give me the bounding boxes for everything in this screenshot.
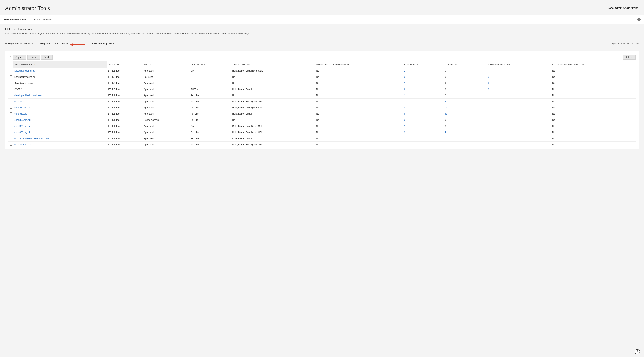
col-status[interactable]: STATUS [143, 61, 190, 68]
select-all-checkbox[interactable] [10, 63, 12, 65]
register-lti-13-advantage-partial[interactable]: 1.3/Advantage Tool [92, 42, 114, 45]
cell-placements-value[interactable]: 0 [404, 76, 406, 78]
row-checkbox-cell[interactable] [8, 142, 13, 148]
cell-deployments-count [487, 142, 551, 148]
cell-tool-provider: echo360.org.uk [13, 129, 107, 135]
tool-provider-name[interactable]: echo360local.org [14, 143, 32, 146]
breadcrumb-current[interactable]: LTI Tool Providers [33, 18, 52, 21]
col-deployments-count[interactable]: DEPLOYMENTS COUNT [487, 61, 551, 68]
row-checkbox[interactable] [10, 137, 12, 139]
cell-placements-value[interactable]: 9 [404, 106, 406, 109]
refresh-button[interactable]: Refresh [623, 55, 636, 60]
row-checkbox-cell[interactable] [8, 111, 13, 117]
row-checkbox[interactable] [10, 118, 12, 121]
cell-usage-count: 11 [444, 105, 487, 111]
cell-placements-value[interactable]: 2 [404, 143, 406, 146]
approve-button[interactable]: Approve [13, 55, 26, 60]
cell-tool-provider: bbsupport testing api [13, 74, 107, 80]
tool-provider-name[interactable]: echo360-dev-test.blackboard.com [14, 137, 50, 140]
register-lti-11-provider-link[interactable]: Register LTI 1.1 Provider [40, 42, 68, 45]
help-icon[interactable]: ? [637, 18, 641, 21]
manage-global-properties-link[interactable]: Manage Global Properties [5, 42, 35, 45]
cell-placements-value[interactable]: 1 [404, 125, 406, 127]
table-row: echo360local.orgLTI 1.1 ToolApprovedPer … [8, 142, 636, 148]
cell-placements-value[interactable]: 1 [404, 137, 406, 140]
cell-tool-provider: echo360.org [13, 111, 107, 117]
cell-credentials [190, 74, 231, 80]
col-tool-provider[interactable]: TOOL/PROVIDER [13, 61, 107, 68]
cell-usage-count: 0 [444, 142, 487, 148]
cell-user-acknowledgment: No [315, 117, 403, 123]
cell-placements-value[interactable]: 1 [404, 94, 406, 97]
tool-provider-name[interactable]: echo360.org [14, 112, 28, 115]
exclude-button[interactable]: Exclude [28, 55, 40, 60]
row-checkbox[interactable] [10, 112, 12, 115]
row-checkbox[interactable] [10, 75, 12, 78]
cell-placements: 9 [403, 105, 444, 111]
tool-provider-name[interactable]: echo360.org.uk [14, 131, 30, 134]
row-checkbox[interactable] [10, 100, 12, 102]
col-credentials[interactable]: CREDENTIALS [190, 61, 231, 68]
col-sends-user-data[interactable]: SENDS USER DATA [231, 61, 315, 68]
select-all-header[interactable] [8, 61, 13, 68]
row-checkbox[interactable] [10, 94, 12, 96]
col-tool-type[interactable]: TOOL TYPE [107, 61, 142, 68]
tool-provider-name[interactable]: account.echopoll.au [14, 69, 35, 72]
cell-sends-user-data: No [231, 117, 315, 123]
tool-provider-name[interactable]: echo360.ca [14, 100, 26, 103]
row-checkbox-cell[interactable] [8, 105, 13, 111]
cell-sends-user-data: Role, Name, Email (over SSL) [231, 68, 315, 74]
cell-placements-value[interactable]: 6 [404, 112, 406, 115]
row-checkbox[interactable] [10, 143, 12, 145]
delete-button[interactable]: Delete [41, 55, 52, 60]
row-checkbox[interactable] [10, 131, 12, 133]
synchronize-lti-13-link[interactable]: Synchronize LTI 1.3 Tools [612, 42, 639, 45]
action-bar: Manage Global Properties Register LTI 1.… [0, 39, 644, 48]
cell-usage-count-value[interactable]: 58 [445, 112, 447, 115]
row-checkbox-cell[interactable] [8, 99, 13, 105]
col-placements[interactable]: PLACEMENTS [403, 61, 444, 68]
row-checkbox[interactable] [10, 88, 12, 90]
tool-provider-name[interactable]: echo360.net.au [14, 106, 30, 109]
row-checkbox-cell[interactable] [8, 80, 13, 86]
row-checkbox[interactable] [10, 125, 12, 127]
cell-placements-value[interactable]: 1 [404, 69, 406, 72]
more-help-link[interactable]: More Help [238, 32, 249, 35]
cell-deployments-count [487, 92, 551, 99]
cell-usage-count-value[interactable]: 3 [445, 100, 446, 103]
close-admin-panel-link[interactable]: Close Administrator Panel [606, 6, 639, 9]
col-allow-js-injection[interactable]: ALLOW JAVASCRIPT INJECTION [551, 61, 636, 68]
cell-deployments-count-value[interactable]: 0 [488, 88, 489, 90]
col-user-acknowledgment[interactable]: USER ACKNOWLEDGMENT PAGE [315, 61, 403, 68]
cell-status: Excluded [143, 74, 190, 80]
tool-provider-name: CSTP2 [14, 88, 22, 90]
cell-usage-count-value: 0 [445, 88, 446, 90]
cell-placements-value[interactable]: 3 [404, 131, 406, 134]
row-checkbox-cell[interactable] [8, 123, 13, 129]
row-checkbox-cell[interactable] [8, 129, 13, 135]
cell-placements-value[interactable]: 3 [404, 100, 406, 103]
cell-placements-value[interactable]: 2 [404, 88, 406, 90]
col-usage-count[interactable]: USAGE COUNT [444, 61, 487, 68]
row-checkbox-cell[interactable] [8, 74, 13, 80]
row-checkbox-cell[interactable] [8, 92, 13, 99]
cell-usage-count-value[interactable]: 11 [445, 106, 447, 109]
cell-placements-value[interactable]: 0 [404, 119, 406, 121]
tool-provider-name[interactable]: echo360.org.lo [14, 125, 30, 127]
row-checkbox[interactable] [10, 69, 12, 72]
cell-allow-js: No [551, 117, 636, 123]
row-checkbox[interactable] [10, 106, 12, 109]
cell-deployments-count-value[interactable]: 0 [488, 82, 489, 84]
breadcrumb-administrator-panel[interactable]: Administrator Panel [3, 18, 26, 21]
row-checkbox-cell[interactable] [8, 135, 13, 142]
cell-deployments-count-value[interactable]: 0 [488, 76, 489, 78]
tool-provider-name[interactable]: developer.blackboard.com [14, 94, 42, 97]
tool-provider-name[interactable]: echo360.org.au [14, 119, 30, 121]
cell-placements-value[interactable]: 1 [404, 82, 406, 84]
cell-usage-count-value[interactable]: 4 [445, 131, 446, 134]
row-checkbox-cell[interactable] [8, 86, 13, 92]
row-checkbox-cell[interactable] [8, 68, 13, 74]
row-checkbox-cell[interactable] [8, 117, 13, 123]
row-checkbox[interactable] [10, 82, 12, 84]
cell-tool-type: LTI 1.3 Tool [107, 74, 142, 80]
